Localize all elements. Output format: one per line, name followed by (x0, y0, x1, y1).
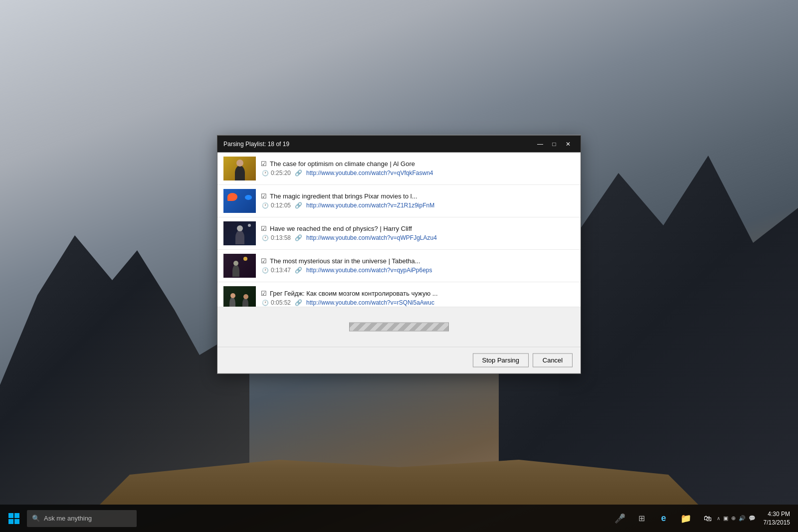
item-title-row: ☑ Грег Гейдж: Как своим мозгом контролир… (261, 290, 575, 297)
clock-icon: 🕐 (262, 202, 269, 208)
item-info: ☑ The most mysterious star in the univer… (261, 257, 575, 274)
mountain-left (0, 205, 249, 505)
item-url[interactable]: http://www.youtube.com/watch?v=qVfqkFasw… (306, 170, 433, 177)
svg-rect-2 (8, 519, 13, 524)
item-info: ☑ The magic ingredient that brings Pixar… (261, 192, 575, 209)
playlist-area[interactable]: ☑ The case for optimism on climate chang… (217, 152, 581, 307)
item-meta: 🕐 0:13:47 🔗 http://www.youtube.com/watch… (261, 267, 575, 274)
item-duration: 0:12:05 (271, 202, 291, 209)
link-icon: 🔗 (295, 267, 302, 274)
item-title-row: ☑ The magic ingredient that brings Pixar… (261, 192, 575, 200)
task-view-icon[interactable]: ⊞ (633, 510, 651, 528)
parsing-playlist-dialog: Parsing Playlist: 18 of 19 — □ ✕ ☑ The c… (217, 135, 581, 373)
stop-parsing-button[interactable]: Stop Parsing (473, 353, 529, 367)
clock-date: 7/13/2015 (764, 519, 790, 527)
item-title: The magic ingredient that brings Pixar m… (270, 192, 417, 200)
item-duration: 0:13:47 (271, 267, 291, 274)
item-meta: 🕐 0:12:05 🔗 http://www.youtube.com/watch… (261, 202, 575, 209)
item-thumbnail (223, 188, 256, 212)
item-meta: 🕐 0:13:58 🔗 http://www.youtube.com/watch… (261, 234, 575, 241)
playlist-item: ☑ Грег Гейдж: Как своим мозгом контролир… (217, 282, 581, 307)
dialog-title: Parsing Playlist: 18 of 19 (223, 140, 289, 147)
item-duration: 0:25:20 (271, 170, 291, 177)
item-info: ☑ Грег Гейдж: Как своим мозгом контролир… (261, 290, 575, 306)
item-checkbox[interactable]: ☑ (261, 192, 267, 200)
item-url[interactable]: http://www.youtube.com/watch?v=qWPFJgLAz… (306, 234, 437, 241)
link-icon: 🔗 (295, 202, 302, 209)
desktop: Parsing Playlist: 18 of 19 — □ ✕ ☑ The c… (0, 0, 798, 532)
item-info: ☑ The case for optimism on climate chang… (261, 160, 575, 177)
windows-store-icon[interactable]: 🛍 (699, 510, 717, 528)
item-info: ☑ Have we reached the end of physics? | … (261, 225, 575, 241)
playlist-item: ☑ Have we reached the end of physics? | … (217, 217, 581, 249)
item-thumbnail (223, 156, 256, 180)
tray-volume-icon[interactable]: 🔊 (739, 515, 746, 522)
maximize-button[interactable]: □ (548, 138, 561, 149)
clock-icon: 🕐 (262, 234, 269, 241)
item-checkbox[interactable]: ☑ (261, 290, 267, 297)
item-thumbnail (223, 253, 256, 277)
playlist-item: ☑ The magic ingredient that brings Pixar… (217, 184, 581, 217)
item-duration: 0:13:58 (271, 234, 291, 241)
taskbar-left: 🔍 Ask me anything (4, 509, 611, 529)
progress-area (217, 307, 581, 347)
minimize-button[interactable]: — (534, 138, 547, 149)
clock-icon: 🕐 (262, 170, 269, 176)
playlist-item: ☑ The case for optimism on climate chang… (217, 152, 581, 184)
close-button[interactable]: ✕ (562, 138, 575, 149)
system-tray: ∧ ▣ ⊕ 🔊 💬 (717, 515, 756, 522)
item-title: Have we reached the end of physics? | Ha… (270, 225, 412, 232)
link-icon: 🔗 (295, 170, 302, 177)
item-meta: 🕐 0:25:20 🔗 http://www.youtube.com/watch… (261, 170, 575, 177)
item-thumbnail (223, 221, 256, 245)
item-checkbox[interactable]: ☑ (261, 257, 267, 265)
playlist-item: ☑ The most mysterious star in the univer… (217, 249, 581, 282)
item-duration: 0:05:52 (271, 299, 291, 306)
taskbar-app-icons: 🎤 ⊞ e 📁 🛍 (611, 510, 717, 528)
taskbar-right: ∧ ▣ ⊕ 🔊 💬 4:30 PM 7/13/2015 (717, 510, 794, 527)
tray-network-icon[interactable]: ⊕ (731, 515, 736, 522)
item-url[interactable]: http://www.youtube.com/watch?v=qypAiPp6e… (306, 267, 432, 274)
progress-bar (349, 322, 449, 331)
search-icon: 🔍 (32, 515, 40, 522)
item-url[interactable]: http://www.youtube.com/watch?v=rSQNi5aAw… (306, 299, 434, 306)
item-checkbox[interactable]: ☑ (261, 160, 267, 168)
button-area: Stop Parsing Cancel (217, 347, 581, 373)
tray-notification-icon[interactable]: 💬 (749, 515, 756, 522)
item-title: The most mysterious star in the universe… (270, 257, 420, 265)
link-icon: 🔗 (295, 299, 302, 306)
link-icon: 🔗 (295, 234, 302, 241)
system-clock[interactable]: 4:30 PM 7/13/2015 (760, 510, 794, 527)
item-meta: 🕐 0:05:52 🔗 http://www.youtube.com/watch… (261, 299, 575, 306)
svg-rect-1 (14, 513, 19, 518)
file-explorer-icon[interactable]: 📁 (677, 510, 695, 528)
mic-icon[interactable]: 🎤 (611, 510, 629, 528)
titlebar-controls: — □ ✕ (534, 138, 575, 149)
clock-icon: 🕐 (262, 299, 269, 306)
clock-icon: 🕐 (262, 267, 269, 273)
item-url[interactable]: http://www.youtube.com/watch?v=Z1R1z9ipF… (306, 202, 434, 209)
item-title-row: ☑ Have we reached the end of physics? | … (261, 225, 575, 232)
item-title-row: ☑ The most mysterious star in the univer… (261, 257, 575, 265)
item-checkbox[interactable]: ☑ (261, 225, 267, 232)
clock-time: 4:30 PM (768, 510, 790, 519)
svg-rect-3 (14, 519, 19, 524)
dialog-titlebar: Parsing Playlist: 18 of 19 — □ ✕ (217, 135, 581, 152)
taskbar: 🔍 Ask me anything 🎤 ⊞ e 📁 🛍 (0, 505, 798, 532)
cancel-button[interactable]: Cancel (533, 353, 573, 367)
item-title-row: ☑ The case for optimism on climate chang… (261, 160, 575, 168)
tray-monitor-icon: ▣ (723, 515, 728, 522)
item-title: The case for optimism on climate change … (270, 160, 415, 168)
item-thumbnail (223, 286, 256, 307)
taskbar-search[interactable]: 🔍 Ask me anything (27, 510, 137, 527)
windows-start-button[interactable] (4, 509, 24, 529)
edge-icon[interactable]: e (655, 510, 673, 528)
search-placeholder: Ask me anything (44, 515, 92, 522)
item-title: Грег Гейдж: Как своим мозгом контролиров… (270, 290, 438, 297)
svg-rect-0 (8, 513, 13, 518)
tray-expand-icon[interactable]: ∧ (717, 516, 720, 521)
